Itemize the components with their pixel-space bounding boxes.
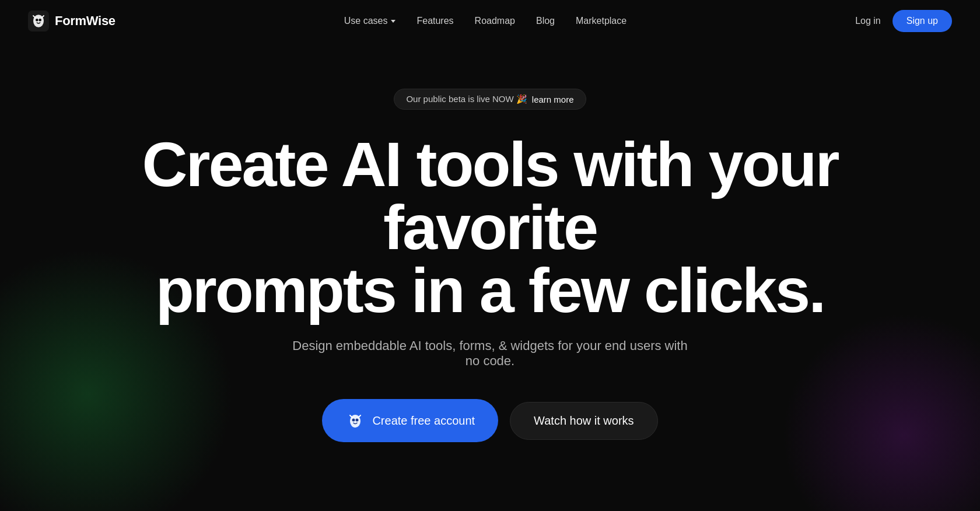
navbar: FormWise Use cases Features Roadmap Blog… [0, 0, 980, 42]
nav-features[interactable]: Features [416, 16, 453, 26]
create-account-label: Create free account [372, 414, 475, 428]
svg-point-2 [36, 19, 38, 22]
nav-blog[interactable]: Blog [536, 16, 555, 26]
hero-section: Our public beta is live NOW 🎉 learn more… [0, 42, 980, 442]
hero-ctas: Create free account Watch how it works [322, 399, 657, 442]
svg-point-6 [356, 419, 359, 422]
owl-icon [345, 411, 365, 430]
svg-point-5 [352, 419, 355, 422]
nav-marketplace[interactable]: Marketplace [576, 16, 626, 26]
svg-point-3 [38, 19, 41, 22]
beta-badge[interactable]: Our public beta is live NOW 🎉 learn more [394, 89, 586, 110]
hero-subheadline: Design embeddable AI tools, forms, & wid… [286, 338, 694, 369]
create-account-button[interactable]: Create free account [322, 399, 498, 442]
beta-learn-more[interactable]: learn more [532, 94, 574, 104]
nav-links: Use cases Features Roadmap Blog Marketpl… [344, 16, 626, 26]
beta-text: Our public beta is live NOW 🎉 [406, 94, 527, 104]
hero-headline: Create AI tools with your favorite promp… [82, 133, 898, 322]
logo[interactable]: FormWise [28, 10, 116, 32]
logo-icon [28, 10, 49, 32]
watch-how-label: Watch how it works [534, 414, 634, 428]
signup-button[interactable]: Sign up [892, 10, 952, 32]
nav-actions: Log in Sign up [855, 10, 952, 32]
chevron-down-icon [391, 20, 396, 23]
watch-how-button[interactable]: Watch how it works [510, 402, 658, 440]
login-link[interactable]: Log in [855, 16, 881, 26]
nav-use-cases[interactable]: Use cases [344, 16, 396, 26]
logo-text: FormWise [55, 13, 116, 29]
nav-roadmap[interactable]: Roadmap [475, 16, 515, 26]
